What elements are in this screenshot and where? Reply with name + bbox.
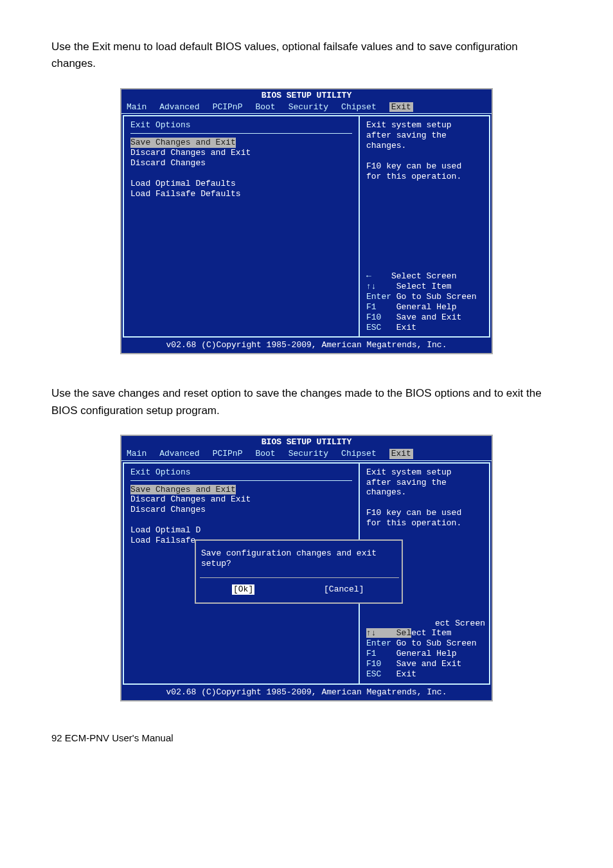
- tab-boot[interactable]: Boot: [255, 102, 281, 113]
- menu-discard-changes-exit[interactable]: Discard Changes and Exit: [130, 148, 352, 158]
- section-title: Exit Options: [130, 467, 352, 479]
- divider: [130, 133, 352, 134]
- key-left-partial: ect Screen: [435, 619, 485, 628]
- intro-paragraph-2: Use the save changes and reset option to…: [51, 385, 562, 419]
- menu-load-failsafe[interactable]: Load Failsafe Defaults: [130, 189, 352, 199]
- key-updown-pre: ↑↓ Sel: [366, 628, 411, 638]
- key-legend: ← Select Screen ↑↓ Select Item Enter Go …: [366, 271, 485, 332]
- tab-boot[interactable]: Boot: [255, 449, 281, 459]
- bios-footer: v02.68 (C)Copyright 1985-2009, American …: [121, 686, 492, 700]
- tab-exit[interactable]: Exit: [389, 102, 413, 113]
- menu-save-changes-exit[interactable]: Save Changes and Exit: [130, 138, 352, 148]
- section-title: Exit Options: [130, 120, 352, 132]
- ok-button[interactable]: [Ok]: [232, 584, 254, 595]
- help-text: Exit system setup after saving the chang…: [366, 467, 485, 529]
- bios-menu-bar[interactable]: MainAdvancedPCIPnPBootSecurityChipsetExi…: [121, 449, 492, 460]
- tab-chipset[interactable]: Chipset: [341, 102, 383, 113]
- bios-screenshot-2: BIOS SETUP UTILITY MainAdvancedPCIPnPBoo…: [120, 435, 493, 701]
- divider: [130, 480, 352, 481]
- cancel-button[interactable]: [Cancel]: [324, 584, 364, 595]
- tab-chipset[interactable]: Chipset: [341, 449, 383, 459]
- tab-advanced[interactable]: Advanced: [159, 449, 206, 459]
- menu-blank: [130, 168, 352, 179]
- bios-left-pane: Exit Options Save Changes and Exit Disca…: [123, 462, 359, 685]
- menu-blank: [130, 515, 352, 525]
- page-number-footer: 92 ECM-PNV User's Manual: [51, 732, 562, 743]
- intro-paragraph-1: Use the Exit menu to load default BIOS v…: [51, 39, 562, 73]
- bios-help-pane: Exit system setup after saving the chang…: [359, 115, 490, 338]
- bios-screenshot-1: BIOS SETUP UTILITY MainAdvancedPCIPnPBoo…: [120, 88, 493, 355]
- bios-footer: v02.68 (C)Copyright 1985-2009, American …: [121, 339, 492, 353]
- key-legend: ect Screen ↑↓ Select Item Enter Go to Su…: [366, 619, 485, 680]
- menu-load-optimal-trunc[interactable]: Load Optimal D: [130, 525, 352, 536]
- confirm-dialog: Save configuration changes and exit setu…: [195, 539, 403, 604]
- bios-title: BIOS SETUP UTILITY: [121, 436, 492, 449]
- key-updown-post: ect Item: [411, 628, 451, 638]
- menu-load-optimal[interactable]: Load Optimal Defaults: [130, 179, 352, 189]
- tab-security[interactable]: Security: [289, 449, 335, 459]
- tab-advanced[interactable]: Advanced: [159, 102, 206, 113]
- tab-exit[interactable]: Exit: [389, 449, 413, 459]
- menu-discard-changes-exit[interactable]: Discard Changes and Exit: [130, 494, 352, 505]
- tab-pcipnp[interactable]: PCIPnP: [213, 102, 249, 113]
- help-text: Exit system setup after saving the chang…: [366, 120, 485, 181]
- tab-main[interactable]: Main: [127, 102, 153, 113]
- menu-discard-changes[interactable]: Discard Changes: [130, 158, 352, 168]
- dialog-question: Save configuration changes and exit setu…: [200, 542, 399, 578]
- bios-menu-bar[interactable]: MainAdvancedPCIPnPBootSecurityChipsetExi…: [121, 102, 492, 114]
- tab-main[interactable]: Main: [127, 449, 153, 459]
- bios-title: BIOS SETUP UTILITY: [121, 89, 492, 102]
- tab-pcipnp[interactable]: PCIPnP: [213, 449, 249, 459]
- bios-left-pane: Exit Options Save Changes and Exit Disca…: [123, 115, 359, 338]
- menu-save-changes-exit[interactable]: Save Changes and Exit: [130, 485, 352, 495]
- tab-security[interactable]: Security: [289, 102, 335, 113]
- menu-discard-changes[interactable]: Discard Changes: [130, 505, 352, 515]
